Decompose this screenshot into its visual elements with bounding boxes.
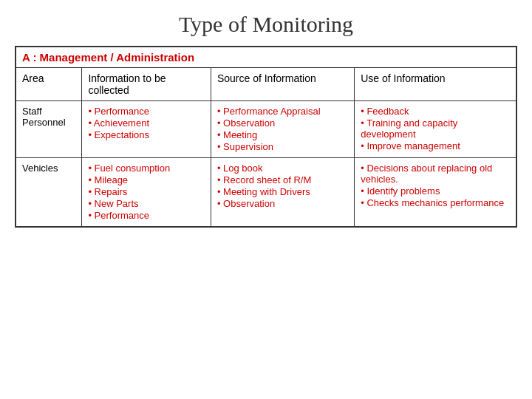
page-title: Type of Monitoring xyxy=(179,12,353,37)
cell-source: Performance AppraisalObservationMeetingS… xyxy=(211,101,354,158)
monitoring-table: A : Management / Administration Area Inf… xyxy=(15,46,517,228)
col-source: Source of Information xyxy=(211,68,354,101)
col-area: Area xyxy=(16,68,82,101)
cell-source: Log bookRecord sheet of R/MMeeting with … xyxy=(211,158,354,228)
table-row: StaffPersonnelPerformanceAchievementExpe… xyxy=(16,101,516,158)
cell-use: FeedbackTraining and capacity developmen… xyxy=(355,101,516,158)
cell-use: Decisions about replacing old vehicles.I… xyxy=(355,158,516,228)
cell-area: Vehicles xyxy=(16,158,82,228)
cell-info: PerformanceAchievementExpectations xyxy=(82,101,211,158)
col-info: Information to be collected xyxy=(82,68,211,101)
cell-info: Fuel consumptionMileageRepairsNew PartsP… xyxy=(82,158,211,228)
col-use: Use of Information xyxy=(355,68,516,101)
table-row: VehiclesFuel consumptionMileageRepairsNe… xyxy=(16,158,516,228)
section-header: A : Management / Administration xyxy=(16,47,516,68)
cell-area: StaffPersonnel xyxy=(16,101,82,158)
